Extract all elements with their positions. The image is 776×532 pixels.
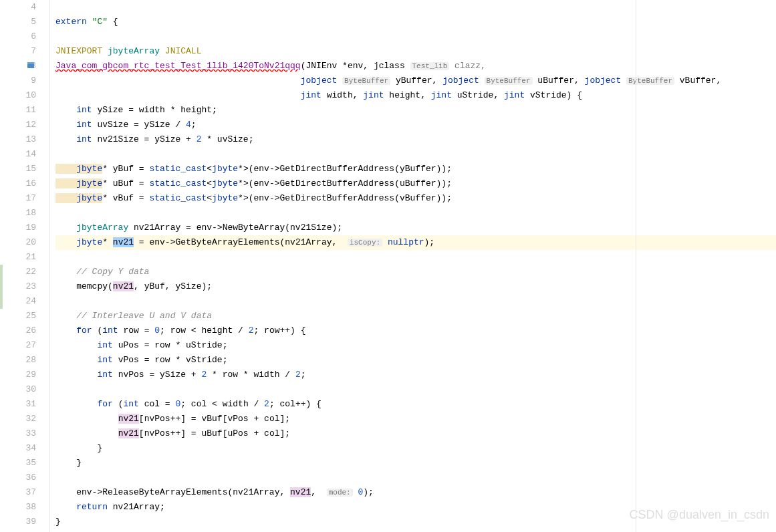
code-line[interactable]: for (int row = 0; row < height / 2; row+… bbox=[55, 323, 776, 338]
code-line[interactable] bbox=[55, 147, 776, 162]
code-line[interactable]: int ySize = width * height; bbox=[55, 103, 776, 118]
code-line[interactable]: int vPos = row * vStride; bbox=[55, 353, 776, 368]
line-number[interactable]: 8 bbox=[10, 59, 36, 74]
svg-rect-1 bbox=[27, 62, 34, 64]
code-line[interactable]: jbyte* uBuf = static_cast<jbyte*>(env->G… bbox=[55, 176, 776, 191]
code-line[interactable] bbox=[55, 0, 776, 15]
code-line[interactable]: } bbox=[55, 456, 776, 471]
code-line[interactable]: env->ReleaseByteArrayElements(nv21Array,… bbox=[55, 485, 776, 500]
line-number[interactable]: 36 bbox=[10, 471, 36, 485]
line-number[interactable]: 30 bbox=[10, 382, 36, 397]
line-number[interactable]: 20 bbox=[10, 235, 36, 250]
line-number[interactable]: 10 bbox=[10, 88, 36, 103]
code-line[interactable]: Java_com_gbcom_rtc_test_Test_1lib_i420To… bbox=[55, 59, 776, 74]
line-number[interactable]: 14 bbox=[10, 147, 36, 162]
code-line[interactable]: // Interleave U and V data bbox=[55, 309, 776, 323]
code-line[interactable] bbox=[55, 206, 776, 221]
line-number[interactable]: 38 bbox=[10, 500, 36, 515]
code-line[interactable]: int uPos = row * uStride; bbox=[55, 338, 776, 353]
line-number[interactable]: 28 bbox=[10, 353, 36, 368]
line-number[interactable]: 31 bbox=[10, 397, 36, 412]
line-number[interactable]: 37 bbox=[10, 485, 36, 500]
code-line[interactable]: extern "C" { bbox=[55, 15, 776, 29]
line-number[interactable]: 25 bbox=[10, 309, 36, 323]
line-number[interactable]: 34 bbox=[10, 441, 36, 456]
code-line-current[interactable]: jbyte* nv21 = env->GetByteArrayElements(… bbox=[55, 235, 776, 250]
line-number[interactable]: 21 bbox=[10, 250, 36, 265]
line-number[interactable]: 27 bbox=[10, 338, 36, 353]
line-number[interactable]: 18 bbox=[10, 206, 36, 221]
line-number[interactable]: 19 bbox=[10, 221, 36, 235]
line-number[interactable]: 23 bbox=[10, 279, 36, 294]
gutter-marker-column bbox=[0, 0, 10, 532]
code-editor[interactable]: extern "C" { JNIEXPORT jbyteArray JNICAL… bbox=[50, 0, 776, 532]
line-number[interactable]: 29 bbox=[10, 368, 36, 382]
code-line[interactable]: jbyte* yBuf = static_cast<jbyte*>(env->G… bbox=[55, 162, 776, 176]
code-line[interactable] bbox=[55, 382, 776, 397]
line-number[interactable]: 12 bbox=[10, 118, 36, 132]
code-line[interactable] bbox=[55, 529, 776, 532]
line-number[interactable]: 39 bbox=[10, 515, 36, 529]
vcs-change-marker bbox=[0, 265, 3, 309]
line-number[interactable]: 9 bbox=[10, 74, 36, 88]
line-number[interactable]: 5 bbox=[10, 15, 36, 29]
line-number[interactable]: 33 bbox=[10, 426, 36, 441]
line-number[interactable]: 24 bbox=[10, 294, 36, 309]
code-line[interactable]: return nv21Array; bbox=[55, 500, 776, 515]
code-line[interactable]: for (int col = 0; col < width / 2; col++… bbox=[55, 397, 776, 412]
line-number[interactable]: 7 bbox=[10, 44, 36, 59]
code-line[interactable]: jbyte* vBuf = static_cast<jbyte*>(env->G… bbox=[55, 191, 776, 206]
line-number[interactable]: 6 bbox=[10, 29, 36, 44]
line-number[interactable]: 22 bbox=[10, 265, 36, 279]
right-margin-guide bbox=[636, 0, 636, 532]
code-line[interactable] bbox=[55, 250, 776, 265]
code-line[interactable]: jobject ByteBuffer yBuffer, jobject Byte… bbox=[55, 74, 776, 88]
code-line[interactable]: int nv21Size = ySize + 2 * uvSize; bbox=[55, 132, 776, 147]
code-line[interactable]: } bbox=[55, 515, 776, 529]
line-number[interactable]: 13 bbox=[10, 132, 36, 147]
line-number[interactable]: 40 bbox=[10, 529, 36, 532]
code-line[interactable]: // Copy Y data bbox=[55, 265, 776, 279]
line-number[interactable]: 4 bbox=[10, 0, 36, 15]
line-number[interactable]: 16 bbox=[10, 176, 36, 191]
code-line[interactable]: jbyteArray nv21Array = env->NewByteArray… bbox=[55, 221, 776, 235]
code-line[interactable]: nv21[nvPos++] = vBuf[vPos + col]; bbox=[55, 412, 776, 426]
breakpoint-icon[interactable] bbox=[27, 61, 35, 70]
line-number[interactable]: 15 bbox=[10, 162, 36, 176]
code-line[interactable]: } bbox=[55, 441, 776, 456]
code-line[interactable]: nv21[nvPos++] = uBuf[uPos + col]; bbox=[55, 426, 776, 441]
line-number[interactable]: 35 bbox=[10, 456, 36, 471]
line-number-gutter[interactable]: 4 5 6 7 8 9 10 11 12 13 14 15 16 17 18 1… bbox=[10, 0, 50, 532]
code-line[interactable]: memcpy(nv21, yBuf, ySize); bbox=[55, 279, 776, 294]
code-line[interactable] bbox=[55, 294, 776, 309]
code-line[interactable]: int uvSize = ySize / 4; bbox=[55, 118, 776, 132]
code-line[interactable] bbox=[55, 29, 776, 44]
line-number[interactable]: 32 bbox=[10, 412, 36, 426]
code-line[interactable]: JNIEXPORT jbyteArray JNICALL bbox=[55, 44, 776, 59]
line-number[interactable]: 26 bbox=[10, 323, 36, 338]
code-line[interactable]: int nvPos = ySize + 2 * row * width / 2; bbox=[55, 368, 776, 382]
line-number[interactable]: 11 bbox=[10, 103, 36, 118]
code-line[interactable] bbox=[55, 471, 776, 485]
code-line[interactable]: jint width, jint height, jint uStride, j… bbox=[55, 88, 776, 103]
line-number[interactable]: 17 bbox=[10, 191, 36, 206]
